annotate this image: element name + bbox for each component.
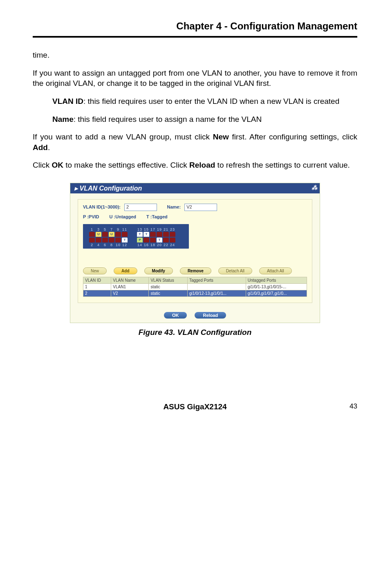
col-untagged[interactable]: Untagged Ports: [246, 277, 307, 284]
vlanid-term: VLAN ID: [52, 97, 83, 105]
port-group-a: 1357911 24681012: [89, 227, 128, 247]
num: 10: [115, 243, 121, 247]
reload-button[interactable]: Reload: [195, 312, 226, 319]
detach-all-button[interactable]: Detach All: [218, 267, 252, 274]
num: 23: [169, 227, 176, 231]
port-17[interactable]: [150, 232, 156, 237]
col-vlanid[interactable]: VLAN ID: [83, 277, 111, 284]
bottom-button-row: OK Reload: [70, 307, 320, 323]
num: 19: [156, 227, 163, 231]
footer-product: ASUS GigaX2124: [163, 402, 226, 411]
name-label: Name:: [167, 204, 181, 209]
port-12[interactable]: [122, 238, 128, 242]
screenshot-vlan-config: ▸ VLAN Configuration ⁂ VLAN ID(1~3000): …: [70, 183, 320, 323]
header-rule: [33, 36, 357, 38]
p3a: If you want to add a new VLAN group, mus…: [33, 132, 213, 141]
remove-button[interactable]: Remove: [180, 267, 211, 274]
port-legend: P :PVID U :Untagged T :Tagged: [83, 214, 307, 219]
num: 20: [156, 243, 163, 247]
attach-all-button[interactable]: Attach All: [259, 267, 292, 274]
name-input[interactable]: V2: [184, 204, 217, 211]
paragraph-time: time.: [33, 50, 357, 61]
port-6[interactable]: [102, 238, 108, 242]
p3-new: New: [213, 132, 229, 141]
paragraph-new-add: If you want to add a new VLAN group, mus…: [33, 132, 357, 153]
cell: 1: [83, 284, 111, 290]
cell: static: [149, 284, 188, 290]
add-button[interactable]: Add: [114, 267, 137, 274]
paragraph-intro: If you want to assign an untagged port f…: [33, 68, 357, 89]
p4a: Click: [33, 161, 52, 169]
p4c: to refresh the settings to current value…: [215, 161, 350, 169]
modify-button[interactable]: Modify: [144, 267, 173, 274]
new-button[interactable]: New: [83, 267, 107, 274]
cell: gi1/0/12-13,gi1/0/1...: [187, 290, 246, 297]
p3-add: Add: [33, 143, 48, 152]
port-20[interactable]: [157, 238, 162, 242]
num: 7: [108, 227, 115, 231]
col-tagged[interactable]: Tagged Ports: [187, 277, 246, 284]
vlan-id-row: VLAN ID(1~3000): 2 Name: V2: [83, 204, 307, 211]
field-vlanid-desc: VLAN ID: this field requires user to ent…: [52, 96, 353, 107]
port-10[interactable]: [115, 238, 121, 242]
num: 17: [150, 227, 156, 231]
port-panel: 1357911 24681012: [83, 224, 189, 249]
port-16[interactable]: [143, 238, 149, 242]
p4-ok: OK: [52, 161, 63, 169]
port-group-b: 131517192123 141618202224: [137, 227, 176, 247]
vlanid-term-desc: : this field requires user to enter the …: [83, 97, 339, 105]
window-corner-icon: ⁂: [312, 184, 317, 191]
port-2[interactable]: [89, 238, 95, 242]
port-7[interactable]: [109, 232, 114, 237]
name-term: Name: [52, 115, 74, 123]
port-nums-bot-a: 24681012: [89, 243, 128, 247]
port-11[interactable]: [122, 232, 128, 237]
cell: [187, 284, 246, 290]
cell: 2: [83, 290, 111, 297]
port-4[interactable]: [96, 238, 101, 242]
num: 2: [89, 243, 95, 247]
port-24[interactable]: [170, 238, 175, 242]
vlanid-input[interactable]: 2: [124, 204, 157, 211]
port-5[interactable]: [102, 232, 108, 237]
figure-caption: Figure 43. VLAN Configuration: [33, 328, 357, 337]
vlanid-label: VLAN ID(1~3000):: [83, 204, 121, 209]
num: 4: [95, 243, 102, 247]
port-14[interactable]: [137, 238, 143, 242]
num: 24: [169, 243, 176, 247]
port-22[interactable]: [163, 238, 169, 242]
cell: gi1/0/1-13,gi1/0/15-...: [246, 284, 307, 290]
port-3[interactable]: [96, 232, 101, 237]
num: 14: [137, 243, 143, 247]
port-nums-top-a: 1357911: [89, 227, 128, 231]
port-nums-bot-b: 141618202224: [137, 243, 176, 247]
table-row[interactable]: 2 V2 static gi1/0/12-13,gi1/0/1... gi1/0…: [83, 290, 307, 297]
p3b: first. After configuring settings, click: [229, 132, 357, 141]
table-row[interactable]: 1 VLAN1 static gi1/0/1-13,gi1/0/15-...: [83, 284, 307, 290]
ok-button[interactable]: OK: [164, 312, 187, 319]
field-name-desc: Name: this field requires user to assign…: [52, 114, 353, 125]
port-18[interactable]: [150, 238, 156, 242]
footer-pagenum: 43: [350, 402, 357, 411]
name-term-desc: : this field requires user to assign a n…: [74, 115, 262, 123]
vlan-table: VLAN ID VLAN Name VLAN Status Tagged Por…: [83, 277, 307, 297]
cell: V2: [111, 290, 149, 297]
port-15[interactable]: [143, 232, 149, 237]
port-21[interactable]: [163, 232, 169, 237]
port-23[interactable]: [170, 232, 175, 237]
config-panel: VLAN ID(1~3000): 2 Name: V2 P :PVID U :U…: [78, 199, 312, 303]
col-vlanstatus[interactable]: VLAN Status: [149, 277, 188, 284]
port-13[interactable]: [137, 232, 143, 237]
port-1[interactable]: [89, 232, 95, 237]
table-header-row: VLAN ID VLAN Name VLAN Status Tagged Por…: [83, 277, 307, 284]
num: 22: [163, 243, 169, 247]
col-vlanname[interactable]: VLAN Name: [111, 277, 149, 284]
port-9[interactable]: [115, 232, 121, 237]
legend-untagged: U :Untagged: [110, 214, 136, 219]
num: 21: [163, 227, 169, 231]
port-8[interactable]: [109, 238, 114, 242]
num: 16: [143, 243, 150, 247]
cell: VLAN1: [111, 284, 149, 290]
num: 1: [89, 227, 95, 231]
port-19[interactable]: [157, 232, 162, 237]
